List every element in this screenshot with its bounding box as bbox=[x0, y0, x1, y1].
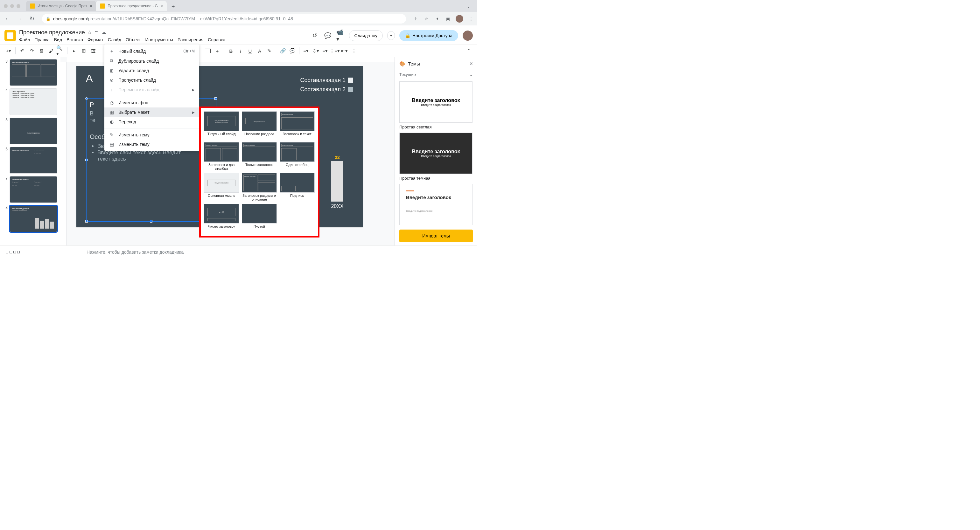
menu-item[interactable]: ▤Изменить тему bbox=[104, 140, 199, 149]
menu-help[interactable]: Справка bbox=[208, 37, 225, 42]
collapse-toolbar-button[interactable]: ⌃ bbox=[465, 47, 473, 55]
resize-handle[interactable] bbox=[150, 220, 153, 222]
slide-thumbnail[interactable]: Анализ тенденцийРезультаты исследования bbox=[10, 205, 57, 232]
slideshow-dropdown[interactable]: ▾ bbox=[387, 31, 395, 40]
menu-item[interactable]: ⧉Дублировать слайд bbox=[104, 56, 199, 66]
theme-card[interactable]: Введите заголовокВведите подзаголовок Пр… bbox=[399, 133, 473, 181]
browser-tab-2[interactable]: Проектное предложение - G × bbox=[96, 1, 167, 11]
reload-button[interactable]: ↻ bbox=[27, 14, 36, 23]
theme-card[interactable]: Введите заголовокВведите подзаголовок По… bbox=[399, 184, 473, 226]
share-button[interactable]: 🔒Настройки Доступа bbox=[399, 30, 458, 41]
more-button[interactable]: ⋮ bbox=[350, 47, 358, 55]
align-button[interactable]: ≡▾ bbox=[302, 47, 310, 55]
print-button[interactable]: 🖶 bbox=[37, 47, 46, 55]
fill-color-button[interactable] bbox=[204, 47, 212, 55]
menu-item[interactable]: +Новый слайдCtrl+M bbox=[104, 46, 199, 56]
bold-button[interactable]: B bbox=[227, 47, 235, 55]
layout-option[interactable]: Введите заголовок bbox=[242, 173, 277, 193]
menu-slide[interactable]: Слайд bbox=[108, 37, 121, 42]
slideshow-button[interactable]: Слайд-шоу bbox=[349, 30, 383, 41]
explore-button[interactable] bbox=[6, 251, 20, 253]
select-tool[interactable]: ▸ bbox=[70, 47, 78, 55]
layout-option[interactable]: Введите заголовок bbox=[204, 173, 239, 193]
slide-title[interactable]: А bbox=[86, 73, 92, 84]
star-icon[interactable]: ☆ bbox=[88, 30, 92, 35]
paint-format-button[interactable]: 🖌 bbox=[47, 47, 55, 55]
cloud-status-icon[interactable]: ☁ bbox=[102, 30, 106, 35]
extensions-icon[interactable]: ✦ bbox=[434, 16, 441, 22]
menu-item[interactable]: ✎Изменить тему bbox=[104, 130, 199, 140]
history-icon[interactable]: ↺ bbox=[311, 32, 319, 40]
layout-option[interactable] bbox=[280, 173, 315, 193]
menu-item[interactable]: ↕Переместить слайд▶ bbox=[104, 85, 199, 94]
menu-tools[interactable]: Инструменты bbox=[145, 37, 173, 42]
resize-handle[interactable] bbox=[215, 97, 217, 100]
menu-icon[interactable]: ⋮ bbox=[468, 16, 474, 22]
image-tool[interactable]: 🖼 bbox=[89, 47, 97, 55]
layout-option[interactable]: xx% bbox=[204, 204, 239, 224]
address-bar[interactable]: 🔒 docs.google.com/presentation/d/1fURh5S… bbox=[42, 14, 406, 24]
profile-avatar[interactable] bbox=[456, 15, 463, 22]
browser-tab-1[interactable]: Итоги месяца - Google През × bbox=[26, 1, 96, 11]
redo-button[interactable]: ↷ bbox=[28, 47, 36, 55]
zoom-button[interactable]: 🔍▾ bbox=[56, 47, 65, 55]
layout-option[interactable]: Введите заголовок bbox=[242, 111, 277, 131]
menu-insert[interactable]: Вставка bbox=[67, 37, 83, 42]
layout-option[interactable]: Введите заголовок bbox=[280, 111, 315, 131]
account-avatar[interactable] bbox=[463, 30, 473, 41]
sidepanel-icon[interactable]: ▣ bbox=[445, 16, 451, 22]
bookmark-icon[interactable]: ☆ bbox=[423, 16, 430, 22]
comments-icon[interactable]: 💬 bbox=[324, 32, 332, 40]
indent-button[interactable]: ⇤▾ bbox=[340, 47, 348, 55]
speaker-notes-placeholder[interactable]: Нажмите, чтобы добавить заметки докладчи… bbox=[86, 249, 184, 255]
menu-item[interactable]: ⊘Пропустить слайд bbox=[104, 75, 199, 85]
resize-handle[interactable] bbox=[85, 97, 88, 100]
theme-card[interactable]: Введите заголовокВведите подзаголовок Пр… bbox=[399, 81, 473, 129]
resize-handle[interactable] bbox=[85, 220, 88, 222]
maximize-window[interactable] bbox=[16, 4, 21, 8]
chevron-down-icon[interactable]: ⌄ bbox=[469, 72, 473, 77]
close-tab-icon[interactable]: × bbox=[161, 3, 163, 9]
layout-option[interactable] bbox=[242, 204, 277, 224]
menu-object[interactable]: Объект bbox=[126, 37, 141, 42]
line-spacing-button[interactable]: ⇕▾ bbox=[312, 47, 320, 55]
add-button[interactable]: + bbox=[213, 47, 221, 55]
underline-button[interactable]: U bbox=[246, 47, 254, 55]
close-panel-button[interactable]: × bbox=[469, 60, 473, 67]
bulleted-list-button[interactable]: ⋮≡▾ bbox=[331, 47, 339, 55]
slide-panel[interactable]: 3Анализ проблемы 4Цель проекта:Введите с… bbox=[0, 57, 60, 246]
import-theme-button[interactable]: Импорт темы bbox=[399, 230, 473, 242]
undo-button[interactable]: ↶ bbox=[18, 47, 26, 55]
layout-option[interactable]: Введите заголовокВведите подзаголовок bbox=[204, 111, 239, 131]
slide-thumbnail[interactable]: Анализ проблемы bbox=[10, 59, 57, 86]
menu-item[interactable]: 🗑Удалить слайд bbox=[104, 66, 199, 75]
section-label[interactable]: Текущие bbox=[399, 72, 416, 77]
menu-edit[interactable]: Правка bbox=[34, 37, 49, 42]
new-tab-button[interactable]: + bbox=[169, 2, 178, 11]
document-title[interactable]: Проектное предложение bbox=[19, 29, 85, 36]
slides-logo-icon[interactable] bbox=[5, 30, 16, 41]
close-window[interactable] bbox=[4, 4, 8, 8]
menu-item[interactable]: ◔Изменить фон bbox=[104, 98, 199, 108]
menu-item[interactable]: ◐Переход bbox=[104, 117, 199, 127]
layout-option[interactable]: Введите заголовок bbox=[242, 142, 277, 162]
italic-button[interactable]: I bbox=[236, 47, 245, 55]
share-icon[interactable]: ⇧ bbox=[412, 16, 419, 22]
close-tab-icon[interactable]: × bbox=[90, 3, 92, 9]
menu-view[interactable]: Вид bbox=[54, 37, 62, 42]
layout-option[interactable]: Введите заголовок bbox=[280, 142, 315, 162]
tabs-dropdown-icon[interactable]: ⌄ bbox=[467, 4, 470, 9]
text-color-button[interactable]: A bbox=[256, 47, 264, 55]
new-slide-button[interactable]: +▾ bbox=[5, 47, 13, 55]
minimize-window[interactable] bbox=[10, 4, 14, 8]
resize-handle[interactable] bbox=[85, 159, 88, 161]
slide-thumbnail[interactable]: Анализ рынка bbox=[10, 117, 57, 144]
video-call-icon[interactable]: 📹▾ bbox=[336, 32, 345, 40]
highlight-button[interactable]: ✎ bbox=[265, 47, 273, 55]
menu-extensions[interactable]: Расширения bbox=[178, 37, 203, 42]
layout-option[interactable]: Введите заголовок bbox=[204, 142, 239, 162]
forward-button[interactable]: → bbox=[15, 14, 24, 23]
move-icon[interactable]: 🗀 bbox=[94, 30, 99, 35]
slide-thumbnail[interactable]: Целевая аудитория— —— —— ————— —— —— bbox=[10, 147, 57, 174]
textbox-tool[interactable]: ⊞ bbox=[80, 47, 88, 55]
